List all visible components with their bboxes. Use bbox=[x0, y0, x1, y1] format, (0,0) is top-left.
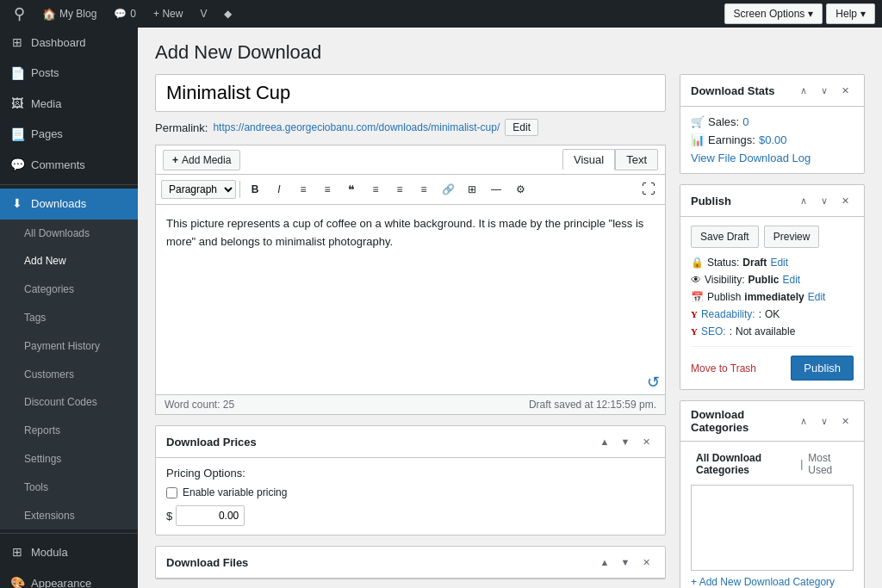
sidebar-item-comments[interactable]: 💬 Comments bbox=[0, 150, 138, 181]
visibility-edit-link[interactable]: Edit bbox=[782, 274, 800, 286]
stats-down[interactable]: ∨ bbox=[816, 82, 833, 99]
price-input[interactable] bbox=[176, 505, 245, 526]
help-btn[interactable]: Help ▾ bbox=[826, 3, 875, 24]
sidebar-item-posts[interactable]: 📄 Posts bbox=[0, 59, 138, 90]
cart-icon: 🛒 bbox=[691, 115, 705, 128]
sidebar-item-extensions[interactable]: Extensions bbox=[0, 502, 138, 530]
paragraph-select[interactable]: Paragraph bbox=[161, 180, 236, 199]
vendor2[interactable]: ◆ bbox=[217, 0, 239, 28]
download-files-header[interactable]: Download Files ▲ ▼ ✕ bbox=[156, 547, 665, 579]
sales-value[interactable]: 0 bbox=[742, 115, 748, 128]
sidebar-item-modula[interactable]: ⊞ Modula bbox=[0, 537, 138, 568]
permalink-edit-btn[interactable]: Edit bbox=[505, 119, 538, 136]
categories-up[interactable]: ∧ bbox=[795, 412, 812, 430]
ul-btn[interactable]: ≡ bbox=[292, 178, 314, 201]
download-stats-header[interactable]: Download Stats ∧ ∨ ✕ bbox=[680, 75, 864, 107]
editor-content[interactable]: This picture represents a cup of coffee … bbox=[156, 205, 665, 394]
screen-options-btn[interactable]: Screen Options ▾ bbox=[724, 3, 823, 24]
publish-down[interactable]: ∨ bbox=[816, 192, 833, 209]
view-log-link[interactable]: View File Download Log bbox=[691, 152, 854, 164]
publish-up[interactable]: ∧ bbox=[795, 192, 812, 209]
save-draft-btn[interactable]: Save Draft bbox=[691, 226, 759, 248]
editor-resize-handle[interactable]: ↺ bbox=[644, 374, 662, 391]
seo-colon: : bbox=[730, 325, 732, 337]
vendor1[interactable]: V bbox=[193, 0, 214, 28]
move-to-trash-link[interactable]: Move to Trash bbox=[691, 362, 756, 374]
wp-logo[interactable]: ⚲ bbox=[7, 0, 32, 28]
publish-header[interactable]: Publish ∧ ∨ ✕ bbox=[680, 185, 864, 217]
download-categories-header[interactable]: Download Categories ∧ ∨ ✕ bbox=[680, 401, 864, 442]
tab-text[interactable]: Text bbox=[615, 149, 658, 170]
blockquote-btn[interactable]: ❝ bbox=[340, 178, 363, 201]
sidebar-item-customers[interactable]: Customers bbox=[0, 361, 138, 389]
readability-label[interactable]: Readability: bbox=[701, 308, 755, 320]
new-content[interactable]: + New bbox=[146, 0, 189, 28]
ol-btn[interactable]: ≡ bbox=[316, 178, 339, 201]
sidebar-item-tools[interactable]: Tools bbox=[0, 473, 138, 502]
comments-count[interactable]: 💬 0 bbox=[107, 0, 143, 28]
more-btn[interactable]: — bbox=[485, 178, 507, 201]
fullscreen-btn[interactable]: ⛶ bbox=[637, 178, 660, 201]
stats-up[interactable]: ∧ bbox=[795, 82, 812, 99]
permalink-url[interactable]: https://andreea.georgeciobanu.com/downlo… bbox=[213, 121, 500, 133]
sidebar-item-pages[interactable]: 📃 Pages bbox=[0, 120, 138, 151]
settings-gear-btn[interactable]: ⚙ bbox=[509, 178, 531, 201]
seo-label[interactable]: SEO: bbox=[701, 325, 726, 337]
download-prices-header[interactable]: Download Prices ▲ ▼ ✕ bbox=[156, 426, 665, 458]
site-name[interactable]: 🏠 My Blog bbox=[35, 0, 103, 28]
sidebar-item-tags[interactable]: Tags bbox=[0, 304, 138, 332]
enable-variable-checkbox[interactable] bbox=[166, 487, 177, 498]
stats-close[interactable]: ✕ bbox=[836, 82, 854, 99]
status-value: Draft bbox=[742, 257, 767, 269]
link-btn[interactable]: 🔗 bbox=[437, 178, 459, 201]
files-collapse-up[interactable]: ▲ bbox=[596, 554, 613, 571]
publish-time-edit-link[interactable]: Edit bbox=[808, 291, 826, 303]
sidebar-item-discount-codes[interactable]: Discount Codes bbox=[0, 388, 138, 417]
most-used-tab[interactable]: Most Used bbox=[803, 450, 854, 478]
categories-down[interactable]: ∨ bbox=[816, 412, 833, 430]
align-right-btn[interactable]: ≡ bbox=[413, 178, 435, 201]
files-close[interactable]: ✕ bbox=[637, 554, 655, 571]
publish-close[interactable]: ✕ bbox=[836, 192, 854, 209]
main-wrapper: ⊞ Dashboard 📄 Posts 🖼 Media 📃 Pages 💬 Co… bbox=[0, 28, 882, 588]
preview-btn[interactable]: Preview bbox=[764, 226, 820, 248]
earnings-label: Earnings: bbox=[708, 133, 755, 146]
all-categories-tab[interactable]: All Download Categories bbox=[691, 450, 800, 478]
post-title-input[interactable] bbox=[155, 74, 666, 112]
download-prices-body: Pricing Options: Enable variable pricing… bbox=[156, 458, 665, 535]
align-left-btn[interactable]: ≡ bbox=[364, 178, 387, 201]
italic-btn[interactable]: I bbox=[268, 178, 290, 201]
publish-btn[interactable]: Publish bbox=[791, 356, 854, 381]
tab-visual[interactable]: Visual bbox=[562, 149, 615, 170]
sidebar-item-downloads[interactable]: ⬇ Downloads bbox=[0, 189, 138, 220]
sidebar-item-reports[interactable]: Reports bbox=[0, 417, 138, 445]
prices-collapse-down[interactable]: ▼ bbox=[617, 433, 634, 450]
earnings-value[interactable]: $0.00 bbox=[759, 133, 787, 146]
sidebar-item-settings[interactable]: Settings bbox=[0, 445, 138, 473]
sidebar-item-payment-history[interactable]: Payment History bbox=[0, 332, 138, 361]
appearance-icon: 🎨 bbox=[10, 575, 24, 588]
files-collapse-down[interactable]: ▼ bbox=[617, 554, 634, 571]
add-category-link[interactable]: + Add New Download Category bbox=[691, 576, 854, 588]
categories-list[interactable] bbox=[691, 485, 854, 571]
comment-icon: 💬 bbox=[114, 8, 127, 20]
status-edit-link[interactable]: Edit bbox=[770, 257, 788, 269]
publish-timing: immediately bbox=[744, 291, 804, 303]
prices-close[interactable]: ✕ bbox=[637, 433, 655, 450]
sidebar-item-media[interactable]: 🖼 Media bbox=[0, 89, 138, 120]
sidebar-item-dashboard[interactable]: ⊞ Dashboard bbox=[0, 28, 138, 59]
sidebar-item-appearance[interactable]: 🎨 Appearance bbox=[0, 568, 138, 588]
sidebar-item-add-new[interactable]: Add New bbox=[0, 247, 138, 275]
align-center-btn[interactable]: ≡ bbox=[388, 178, 411, 201]
download-prices-title: Download Prices bbox=[166, 436, 257, 449]
admin-menu: ⊞ Dashboard 📄 Posts 🖼 Media 📃 Pages 💬 Co… bbox=[0, 28, 138, 588]
visibility-label: Visibility: bbox=[705, 274, 744, 286]
categories-close[interactable]: ✕ bbox=[836, 412, 854, 430]
prices-collapse-up[interactable]: ▲ bbox=[596, 433, 613, 450]
add-media-btn[interactable]: + Add Media bbox=[163, 150, 240, 170]
sidebar-item-categories[interactable]: Categories bbox=[0, 275, 138, 304]
sidebar-item-all-downloads[interactable]: All Downloads bbox=[0, 220, 138, 248]
readability-value: OK bbox=[765, 308, 780, 320]
bold-btn[interactable]: B bbox=[244, 178, 266, 201]
table-btn[interactable]: ⊞ bbox=[461, 178, 483, 201]
